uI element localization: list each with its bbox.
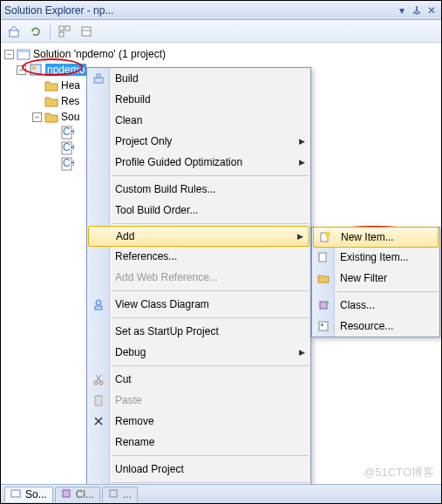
menu-remove[interactable]: Remove xyxy=(87,411,310,432)
menu-label: Unload Project xyxy=(115,463,184,475)
submenu-arrow-icon: ▶ xyxy=(297,232,303,241)
svg-point-26 xyxy=(325,232,330,237)
toolbar-separator xyxy=(50,24,51,39)
menu-separator xyxy=(112,317,309,318)
menu-label: Paste xyxy=(115,394,142,406)
svg-point-21 xyxy=(99,381,103,385)
tab-label: ... xyxy=(123,488,132,501)
svg-rect-19 xyxy=(95,306,102,310)
menu-view-class-diagram[interactable]: View Class Diagram xyxy=(87,294,310,315)
menu-tool-build[interactable]: Tool Build Order... xyxy=(87,200,310,221)
menu-build[interactable]: Build xyxy=(87,68,310,89)
menu-label: Profile Guided Optimization xyxy=(115,156,242,168)
folder-label: Res xyxy=(61,95,79,107)
svg-text:C+: C+ xyxy=(63,157,74,169)
menu-project-only[interactable]: Project Only▶ xyxy=(87,131,310,152)
solution-label: Solution 'npdemo' (1 project) xyxy=(33,48,166,60)
solution-node[interactable]: − Solution 'npdemo' (1 project) xyxy=(3,46,439,62)
menu-separator xyxy=(112,365,309,366)
tab-class-view[interactable]: Cl... xyxy=(55,487,100,502)
menu-separator xyxy=(112,455,309,456)
menu-add[interactable]: Add▶ xyxy=(88,226,309,247)
pin-icon[interactable] xyxy=(411,4,423,17)
menu-resource[interactable]: Resource... xyxy=(312,316,439,337)
bottom-tabs: So... Cl... ... xyxy=(1,484,441,503)
menu-cut[interactable]: Cut xyxy=(87,369,310,390)
collapse-icon[interactable]: − xyxy=(17,65,26,75)
folder-label: Hea xyxy=(61,79,80,92)
svg-rect-0 xyxy=(10,31,18,37)
add-submenu: New Item... Existing Item... New Filter … xyxy=(311,227,440,337)
class-icon xyxy=(316,297,331,313)
menu-separator xyxy=(337,291,438,292)
refresh-icon[interactable] xyxy=(26,22,45,41)
menu-label: Project Only xyxy=(115,135,172,147)
project-label: npdemo xyxy=(45,64,86,76)
svg-rect-4 xyxy=(82,27,91,36)
existing-item-icon xyxy=(316,249,331,265)
svg-text:C+: C+ xyxy=(63,126,74,138)
home-icon[interactable] xyxy=(4,22,24,41)
menu-existing-item[interactable]: Existing Item... xyxy=(312,247,439,268)
menu-separator xyxy=(112,223,309,224)
svg-rect-3 xyxy=(59,32,64,37)
cpp-file-icon: C+ xyxy=(60,157,74,171)
menu-label: Add xyxy=(116,230,134,242)
solution-icon xyxy=(17,47,31,61)
show-all-icon[interactable] xyxy=(55,22,74,41)
tab-solution[interactable]: So... xyxy=(4,487,53,502)
context-menu: Build Rebuild Clean Project Only▶ Profil… xyxy=(86,67,311,504)
cpp-file-icon: C+ xyxy=(60,141,74,155)
menu-label: Existing Item... xyxy=(340,251,409,263)
folder-icon xyxy=(316,270,331,286)
properties-icon[interactable] xyxy=(77,22,96,41)
menu-unload[interactable]: Unload Project xyxy=(87,459,310,480)
svg-rect-22 xyxy=(95,396,102,405)
svg-rect-33 xyxy=(63,490,70,497)
menu-label: Class... xyxy=(340,299,375,311)
menu-label: New Filter xyxy=(340,272,387,284)
svg-rect-34 xyxy=(110,490,117,497)
dropdown-icon[interactable]: ▾ xyxy=(396,4,408,17)
menu-label: Remove xyxy=(115,415,154,427)
menu-custom-build[interactable]: Custom Build Rules... xyxy=(87,179,310,200)
collapse-icon[interactable]: − xyxy=(4,50,14,59)
menu-label: Debug xyxy=(115,346,146,358)
svg-rect-2 xyxy=(65,26,70,31)
menu-separator xyxy=(112,482,309,483)
menu-rename[interactable]: Rename xyxy=(87,432,310,453)
collapse-icon[interactable]: − xyxy=(32,112,42,122)
menu-references[interactable]: References... xyxy=(87,246,310,267)
menu-label: Custom Build Rules... xyxy=(115,183,215,195)
svg-point-18 xyxy=(96,300,101,305)
close-icon[interactable]: ✕ xyxy=(425,4,438,17)
menu-clean[interactable]: Clean xyxy=(87,110,310,131)
menu-separator xyxy=(112,175,309,176)
svg-point-20 xyxy=(94,381,98,385)
tab-other[interactable]: ... xyxy=(102,487,138,502)
svg-rect-7 xyxy=(17,50,30,52)
menu-class[interactable]: Class... xyxy=(312,295,439,316)
menu-label: Build xyxy=(115,72,139,85)
menu-debug[interactable]: Debug▶ xyxy=(87,342,310,363)
svg-text:C+: C+ xyxy=(63,141,74,153)
title-text: Solution Explorer - np... xyxy=(4,4,393,17)
class-diagram-icon xyxy=(91,296,106,312)
menu-startup[interactable]: Set as StartUp Project xyxy=(87,321,310,342)
svg-rect-9 xyxy=(32,66,36,70)
menu-rebuild[interactable]: Rebuild xyxy=(87,89,310,110)
class-view-icon xyxy=(61,488,73,501)
tab-label: So... xyxy=(25,488,47,501)
menu-label: Cut xyxy=(115,373,132,385)
folder-icon xyxy=(44,78,58,92)
submenu-arrow-icon: ▶ xyxy=(299,137,305,146)
menu-pgo[interactable]: Profile Guided Optimization▶ xyxy=(87,152,310,173)
folder-icon xyxy=(44,110,58,124)
svg-rect-17 xyxy=(97,74,100,78)
build-icon xyxy=(91,71,106,86)
solution-icon xyxy=(10,488,23,501)
menu-new-filter[interactable]: New Filter xyxy=(312,268,439,289)
menu-new-item[interactable]: New Item... xyxy=(313,227,439,248)
tab-label: Cl... xyxy=(76,488,94,501)
menu-separator xyxy=(112,290,309,291)
